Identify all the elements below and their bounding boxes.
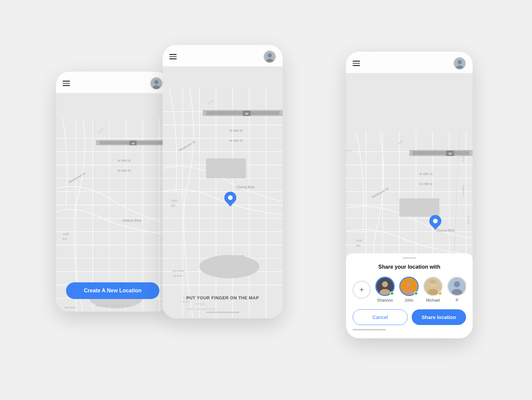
svg-text:W 29th St: W 29th St bbox=[229, 139, 243, 142]
create-location-button[interactable]: Create A New Location bbox=[66, 282, 159, 299]
home-indicator-right bbox=[353, 329, 386, 330]
contact-avatar-p bbox=[447, 277, 466, 296]
contact-avatar-wrap-john bbox=[399, 277, 419, 296]
svg-text:AGE: AGE bbox=[63, 232, 69, 236]
svg-text:10: 10 bbox=[448, 152, 452, 155]
phone-left: 10 W 28th St W 29th St Westhaven St Obam… bbox=[56, 72, 169, 312]
svg-point-121 bbox=[458, 60, 462, 64]
svg-text:EN: EN bbox=[63, 237, 67, 241]
home-indicator-center bbox=[206, 312, 239, 313]
phone-center: 10 W 28th St W 29th St Westhaven St Obam… bbox=[163, 45, 283, 318]
status-dot-michael bbox=[438, 291, 442, 295]
svg-text:W 23rd St: W 23rd St bbox=[462, 152, 465, 162]
user-avatar-left[interactable] bbox=[150, 77, 163, 90]
map-instruction-text: PUT YOUR FINGER ON THE MAP bbox=[186, 295, 259, 300]
phone-left-header bbox=[56, 72, 169, 93]
svg-point-138 bbox=[430, 280, 436, 284]
svg-point-126 bbox=[382, 281, 388, 287]
contacts-row: + bbox=[353, 277, 466, 303]
contact-avatar-wrap-michael bbox=[423, 277, 443, 296]
svg-text:W 28th St: W 28th St bbox=[419, 172, 433, 176]
hamburger-menu-right[interactable] bbox=[353, 61, 360, 66]
plus-icon: + bbox=[359, 286, 364, 294]
contact-avatar-wrap-p bbox=[447, 277, 466, 296]
share-bottom-sheet: Share your location with + bbox=[346, 253, 473, 338]
svg-text:ahn State: ahn State bbox=[173, 269, 184, 272]
svg-text:nal Area: nal Area bbox=[173, 274, 183, 277]
contact-p[interactable]: P bbox=[447, 277, 466, 303]
phone-right-header bbox=[346, 52, 473, 73]
contact-avatar-wrap-shannon bbox=[375, 277, 395, 296]
contact-michael[interactable]: Michael bbox=[423, 277, 443, 303]
phone-right: 10 W 28th St W 29th St Westhaven St Obam… bbox=[346, 52, 473, 338]
add-contact-button[interactable]: + bbox=[353, 281, 371, 299]
contact-shannon[interactable]: Shannon bbox=[375, 277, 395, 303]
svg-text:Edgehill Dr: Edgehill Dr bbox=[462, 185, 465, 197]
phone-center-header bbox=[163, 45, 283, 66]
svg-text:EN: EN bbox=[356, 244, 360, 247]
svg-rect-76 bbox=[206, 158, 246, 178]
svg-text:AGE: AGE bbox=[356, 239, 362, 242]
hamburger-menu-center[interactable] bbox=[169, 54, 177, 59]
home-indicator-left bbox=[96, 305, 129, 306]
map-left: 10 W 28th St W 29th St Westhaven St Obam… bbox=[56, 72, 169, 312]
svg-text:Obama Blvd: Obama Blvd bbox=[123, 219, 141, 222]
status-dot-shannon bbox=[390, 291, 394, 295]
contact-name-michael: Michael bbox=[426, 298, 440, 303]
svg-point-131 bbox=[406, 281, 412, 287]
hamburger-menu-left[interactable] bbox=[63, 81, 70, 86]
svg-text:Obama Blvd: Obama Blvd bbox=[236, 185, 254, 189]
phone-center-bottom: PUT YOUR FINGER ON THE MAP bbox=[163, 290, 283, 318]
contact-name-shannon: Shannon bbox=[377, 298, 393, 303]
user-avatar-right[interactable] bbox=[453, 57, 466, 70]
sheet-buttons: Cancel Share location bbox=[353, 309, 466, 325]
map-center: 10 W 28th St W 29th St Westhaven St Obam… bbox=[163, 45, 283, 318]
phones-container: 10 W 28th St W 29th St Westhaven St Obam… bbox=[33, 25, 499, 375]
share-location-button[interactable]: Share location bbox=[412, 309, 466, 325]
svg-rect-115 bbox=[399, 198, 439, 217]
status-dot-john bbox=[414, 291, 418, 295]
map-pin-center bbox=[224, 192, 236, 206]
cancel-button[interactable]: Cancel bbox=[353, 309, 408, 325]
user-avatar-center[interactable] bbox=[263, 50, 276, 63]
svg-text:AGE: AGE bbox=[171, 199, 177, 202]
svg-text:10th Ave: 10th Ave bbox=[467, 215, 470, 224]
svg-point-70 bbox=[199, 255, 259, 278]
svg-text:EN: EN bbox=[171, 204, 175, 207]
svg-text:W 29th St: W 29th St bbox=[118, 169, 131, 172]
svg-text:W 29th St: W 29th St bbox=[419, 182, 433, 186]
svg-text:W 28th St: W 28th St bbox=[118, 159, 131, 162]
contact-john[interactable]: John bbox=[399, 277, 419, 303]
svg-point-37 bbox=[154, 80, 159, 84]
svg-text:W 28th St: W 28th St bbox=[229, 129, 243, 132]
contact-name-john: John bbox=[405, 298, 413, 303]
svg-point-82 bbox=[268, 53, 272, 58]
share-title: Share your location with bbox=[353, 264, 466, 270]
svg-rect-105 bbox=[413, 151, 469, 155]
svg-text:W 25: W 25 bbox=[346, 150, 351, 152]
contact-name-p: P bbox=[456, 298, 458, 303]
map-pin-right bbox=[429, 215, 441, 230]
map-instruction: PUT YOUR FINGER ON THE MAP bbox=[181, 290, 264, 306]
sheet-handle bbox=[403, 257, 416, 259]
phone-left-bottom: Create A New Location bbox=[56, 282, 169, 312]
svg-text:10: 10 bbox=[132, 142, 135, 145]
svg-point-140 bbox=[454, 281, 460, 287]
svg-text:10: 10 bbox=[245, 112, 248, 115]
